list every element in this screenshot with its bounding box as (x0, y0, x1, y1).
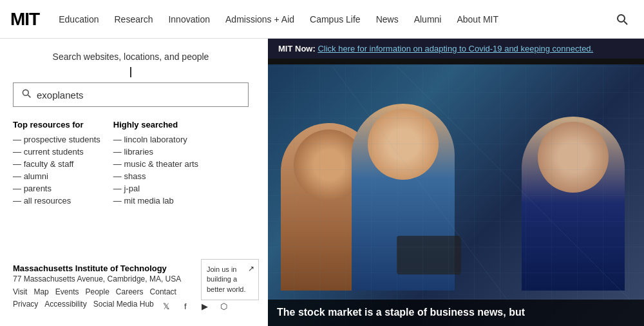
highly-searched-item[interactable]: j-pal (113, 184, 198, 193)
search-box[interactable] (13, 82, 249, 107)
svg-point-0 (618, 15, 625, 22)
search-divider (130, 67, 131, 77)
search-icon (616, 13, 629, 26)
highly-searched-heading: Highly searched (113, 120, 198, 129)
laptop (397, 236, 461, 274)
nav-item-news[interactable]: News (376, 14, 399, 24)
footer-link-visit[interactable]: Visit (13, 287, 27, 296)
logo[interactable]: MIT (10, 9, 39, 30)
top-resources-list: prospective studentscurrent studentsfacu… (13, 135, 100, 206)
resources-row: Top resources for prospective studentscu… (13, 120, 249, 208)
youtube-icon[interactable]: ▶ (198, 299, 212, 313)
twitter-icon[interactable]: 𝕏 (159, 299, 173, 313)
footer-link-people[interactable]: People (85, 287, 109, 296)
footer-link-accessibility[interactable]: Accessibility (44, 300, 86, 309)
social-row: 𝕏 f ▶ ⬡ (159, 299, 231, 313)
search-label: Search websites, locations, and people (13, 52, 249, 62)
highly-searched-item[interactable]: mit media lab (113, 196, 198, 206)
person2-head (368, 109, 439, 180)
nav-item-research[interactable]: Research (115, 14, 153, 24)
join-box-text: Join us in building a better world. (207, 265, 253, 294)
nav-item-alumni[interactable]: Alumni (414, 14, 442, 24)
facebook-icon[interactable]: f (178, 299, 193, 313)
highly-searched-list: lincoln laboratorylibrariesmusic & theat… (113, 135, 198, 206)
footer-link-privacy[interactable]: Privacy (13, 300, 38, 309)
logo-text: MIT (10, 9, 39, 29)
svg-line-1 (624, 21, 627, 24)
caption-text: The stock market is a staple of business… (277, 307, 525, 318)
main-nav: EducationResearchInnovationAdmissions + … (59, 14, 611, 24)
highly-searched-item[interactable]: music & theater arts (113, 159, 198, 169)
svg-point-2 (23, 90, 28, 95)
person3 (522, 117, 625, 291)
highly-searched-item[interactable]: lincoln laboratory (113, 135, 198, 144)
people-photo (268, 64, 644, 326)
right-panel: MIT Now: Click here for information on a… (268, 39, 644, 326)
top-resources-col: Top resources for prospective studentscu… (13, 120, 100, 208)
join-box[interactable]: ↗ Join us in building a better world. (201, 259, 259, 300)
nav-item-about[interactable]: About MIT (457, 14, 498, 24)
search-box-icon (21, 88, 32, 101)
footer-link-social-media-hub[interactable]: Social Media Hub (93, 300, 154, 309)
top-resource-item[interactable]: current students (13, 147, 100, 157)
top-resource-item[interactable]: all resources (13, 196, 100, 206)
instagram-icon[interactable]: ⬡ (217, 299, 231, 313)
person3-head (538, 122, 609, 193)
search-area: Search websites, locations, and people (13, 52, 249, 107)
join-box-arrow-icon: ↗ (248, 264, 254, 274)
highly-searched-item[interactable]: libraries (113, 147, 198, 157)
main-content: Search websites, locations, and people T… (0, 39, 644, 326)
nav-item-innovation[interactable]: Innovation (168, 14, 210, 24)
top-resources-heading: Top resources for (13, 120, 100, 129)
footer-links-row2: PrivacyAccessibilitySocial Media Hub (13, 300, 154, 309)
nav-item-admissions[interactable]: Admissions + Aid (225, 14, 294, 24)
highly-searched-item[interactable]: shass (113, 171, 198, 181)
top-resource-item[interactable]: faculty & staff (13, 159, 100, 169)
footer-link-events[interactable]: Events (55, 287, 79, 296)
nav-item-campus-life[interactable]: Campus Life (310, 14, 361, 24)
mit-now-link[interactable]: Click here for information on adapting t… (317, 44, 593, 53)
top-resource-item[interactable]: parents (13, 184, 100, 193)
top-resource-item[interactable]: prospective students (13, 135, 100, 144)
search-toggle-button[interactable] (611, 8, 634, 31)
svg-line-3 (28, 95, 30, 97)
search-input[interactable] (37, 90, 240, 101)
mit-now-bar: MIT Now: Click here for information on a… (268, 39, 644, 59)
nav-item-education[interactable]: Education (59, 14, 99, 24)
footer-link-careers[interactable]: Careers (116, 287, 144, 296)
caption-bar: The stock market is a staple of business… (268, 300, 644, 326)
hero-image: 73.72 234.85 235.56 381.45 358.87 885.79… (268, 64, 644, 326)
left-panel: Search websites, locations, and people T… (0, 39, 268, 326)
top-resource-item[interactable]: alumni (13, 171, 100, 181)
mit-now-prefix: MIT Now: (278, 44, 316, 53)
highly-searched-col: Highly searched lincoln laboratorylibrar… (113, 120, 198, 208)
footer-link-contact[interactable]: Contact (150, 287, 176, 296)
footer-link-map[interactable]: Map (33, 287, 48, 296)
header: MIT EducationResearchInnovationAdmission… (0, 0, 644, 39)
